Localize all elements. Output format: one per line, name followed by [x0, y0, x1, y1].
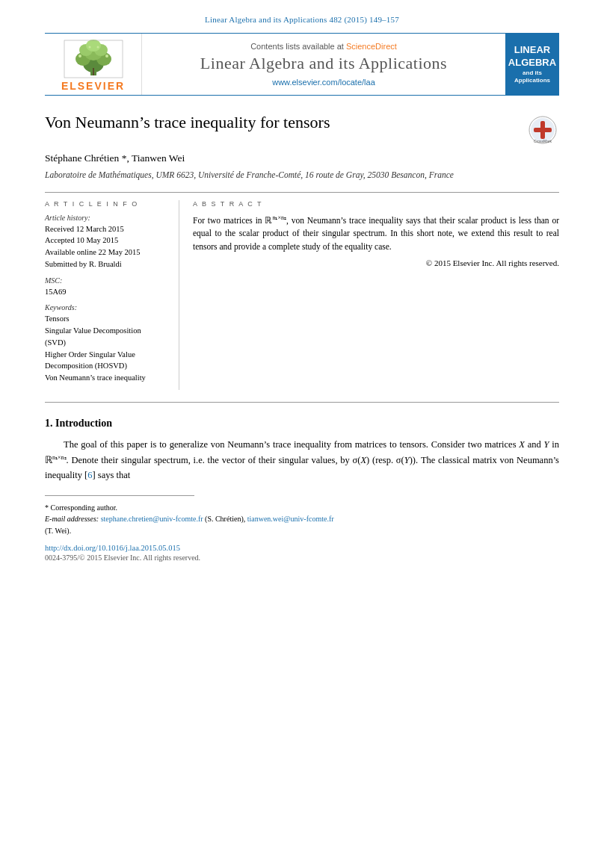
- brand-text: LINEAR ALGEBRA and its Applications: [508, 44, 556, 85]
- crossmark-badge[interactable]: CrossMark: [526, 115, 559, 145]
- doi-line: http://dx.doi.org/10.1016/j.laa.2015.05.…: [45, 544, 559, 552]
- keyword-1: Tensors: [45, 313, 170, 325]
- affiliation-line: Laboratoire de Mathématiques, UMR 6623, …: [45, 169, 559, 182]
- introduction-paragraph: The goal of this paper is to generalize …: [45, 437, 559, 483]
- keywords-label: Keywords:: [45, 303, 170, 311]
- elsevier-tree-icon: [64, 40, 123, 78]
- email-label: E-mail addresses:: [45, 515, 99, 523]
- journal-reference: Linear Algebra and its Applications 482 …: [45, 15, 559, 24]
- rights-line: 0024-3795/© 2015 Elsevier Inc. All right…: [45, 554, 559, 562]
- corresponding-author-label: * Corresponding author.: [45, 503, 117, 512]
- footnote-divider: [45, 495, 194, 496]
- page: Linear Algebra and its Applications 482 …: [0, 0, 604, 868]
- svg-point-10: [88, 46, 90, 49]
- journal-brand-box: LINEAR ALGEBRA and its Applications: [505, 34, 559, 95]
- keyword-3b: Decomposition (HOSVD): [45, 360, 170, 372]
- crossmark-icon: CrossMark: [528, 115, 558, 145]
- abstract-column: A B S T R A C T For two matrices in ℝn₁×…: [193, 200, 559, 390]
- article-history-group: Article history: Received 12 March 2015 …: [45, 214, 170, 270]
- article-info-header: A R T I C L E I N F O: [45, 200, 170, 208]
- header-banner: ELSEVIER Contents lists available at Sci…: [45, 33, 559, 96]
- abstract-text: For two matrices in ℝn₁×n₂, von Neumann’…: [193, 214, 559, 254]
- keywords-group: Keywords: Tensors Singular Value Decompo…: [45, 303, 170, 384]
- journal-title-banner: Linear Algebra and its Applications: [200, 54, 447, 73]
- section-divider: [45, 402, 559, 403]
- accepted-date: Accepted 10 May 2015: [45, 235, 170, 247]
- elsevier-wordmark: ELSEVIER: [61, 80, 125, 92]
- email2-link[interactable]: tianwen.wei@univ-fcomte.fr: [247, 515, 334, 523]
- msc-value: 15A69: [45, 286, 170, 298]
- svg-rect-17: [534, 128, 552, 132]
- keyword-2b: (SVD): [45, 337, 170, 349]
- elsevier-logo-section: ELSEVIER: [45, 34, 142, 95]
- copyright-line: © 2015 Elsevier Inc. All rights reserved…: [193, 258, 559, 267]
- msc-label: MSC:: [45, 276, 170, 285]
- sciencedirect-link[interactable]: ScienceDirect: [346, 42, 397, 51]
- authors-line: Stéphane Chrétien *, Tianwen Wei: [45, 152, 559, 164]
- footnote-email2-name: (T. Wei).: [45, 525, 559, 537]
- available-date: Available online 22 May 2015: [45, 247, 170, 258]
- contents-available-text: Contents lists available at ScienceDirec…: [250, 42, 397, 51]
- header-journal-info: Contents lists available at ScienceDirec…: [142, 34, 505, 95]
- abstract-header: A B S T R A C T: [193, 200, 559, 208]
- history-label: Article history:: [45, 214, 170, 222]
- article-info-abstract-section: A R T I C L E I N F O Article history: R…: [45, 192, 559, 390]
- svg-text:CrossMark: CrossMark: [534, 139, 552, 143]
- submitted-by: Submitted by R. Brualdi: [45, 258, 170, 270]
- journal-url: www.elsevier.com/locate/laa: [272, 78, 375, 87]
- keyword-3: Higher Order Singular Value: [45, 349, 170, 361]
- keyword-4: Von Neumann’s trace inequality: [45, 372, 170, 384]
- footnote-emails: E-mail addresses: stephane.chretien@univ…: [45, 513, 559, 525]
- svg-point-7: [86, 40, 101, 52]
- footnote-corresponding: * Corresponding author.: [45, 502, 559, 514]
- article-title: Von Neumann’s trace inequality for tenso…: [45, 112, 517, 134]
- keyword-2: Singular Value Decomposition: [45, 325, 170, 337]
- article-info-column: A R T I C L E I N F O Article history: R…: [45, 200, 179, 390]
- email1-name: (S. Chrétien),: [205, 515, 247, 523]
- received-date: Received 12 March 2015: [45, 223, 170, 235]
- email1-link[interactable]: stephane.chretien@univ-fcomte.fr: [101, 515, 203, 523]
- doi-link[interactable]: http://dx.doi.org/10.1016/j.laa.2015.05.…: [45, 544, 180, 552]
- introduction-title: 1. Introduction: [45, 418, 559, 430]
- journal-ref-text: Linear Algebra and its Applications 482 …: [205, 15, 399, 24]
- msc-group: MSC: 15A69: [45, 276, 170, 298]
- svg-point-11: [96, 46, 99, 49]
- svg-point-8: [78, 55, 81, 58]
- svg-point-9: [105, 55, 108, 58]
- email2-attribution: (T. Wei).: [45, 527, 71, 535]
- article-title-section: Von Neumann’s trace inequality for tenso…: [45, 112, 559, 145]
